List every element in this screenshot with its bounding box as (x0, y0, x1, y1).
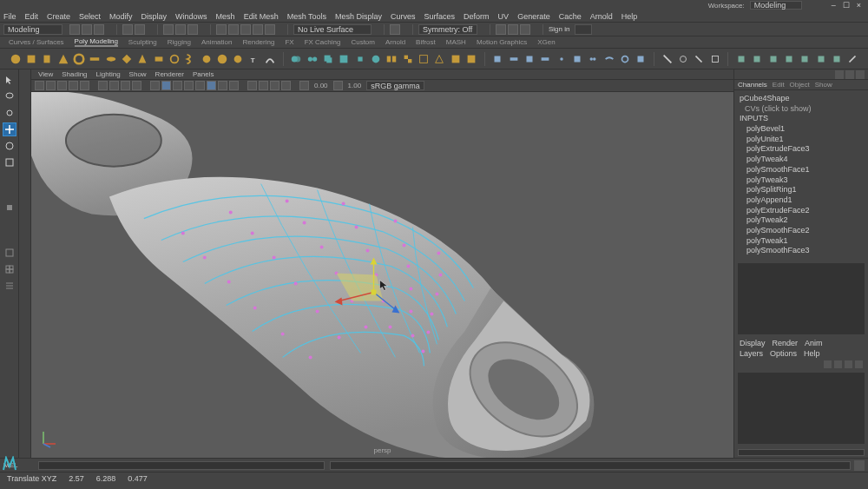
collapse-icon[interactable] (555, 51, 568, 67)
cb-util2-icon[interactable] (845, 70, 854, 79)
fill-icon[interactable] (635, 51, 648, 67)
minimize-button[interactable]: – (832, 1, 836, 10)
menu-mesh-tools[interactable]: Mesh Tools (287, 12, 326, 21)
polygear-icon[interactable] (200, 51, 213, 67)
open-scene-icon[interactable] (82, 24, 92, 35)
camera-select-icon[interactable] (35, 81, 44, 90)
grid-icon[interactable] (98, 81, 108, 90)
xray-icon[interactable] (259, 81, 268, 90)
menu-curves[interactable]: Curves (391, 12, 416, 21)
menu-select[interactable]: Select (79, 12, 101, 21)
detach-icon[interactable] (570, 51, 583, 67)
panelmenu-show[interactable]: Show (129, 70, 147, 78)
planar-icon[interactable] (846, 51, 859, 67)
soften2-icon[interactable] (814, 51, 827, 67)
intersect-icon[interactable] (353, 51, 366, 67)
menu-display[interactable]: Display (141, 12, 168, 21)
snap-point-icon[interactable] (240, 24, 251, 35)
input-item[interactable]: polySmoothFace3 (740, 246, 863, 256)
gamma-icon[interactable] (333, 81, 343, 90)
polycube-icon[interactable] (24, 51, 37, 67)
layer-menu-help[interactable]: Help (804, 349, 820, 358)
menuset-dropdown[interactable]: Modeling (3, 24, 62, 35)
menu-modify[interactable]: Modify (109, 12, 133, 21)
redo-icon[interactable] (135, 24, 145, 35)
new-scene-icon[interactable] (69, 24, 80, 35)
polycone-icon[interactable] (56, 51, 69, 67)
panelmenu-lighting[interactable]: Lighting (96, 70, 121, 78)
select-object-icon[interactable] (175, 24, 186, 35)
menu-cache[interactable]: Cache (559, 12, 582, 21)
polypipe-icon[interactable] (168, 51, 181, 67)
layer-tab-render[interactable]: Render (773, 339, 799, 347)
shelf-tab-polymodeling[interactable]: Poly Modeling (75, 37, 118, 47)
platonic-icon[interactable] (120, 51, 133, 67)
shelf-tab-bifrost[interactable]: Bifrost (416, 38, 436, 46)
ao-icon[interactable] (207, 81, 216, 90)
rotate-tool-icon[interactable] (3, 139, 16, 153)
move-tool-icon[interactable] (3, 122, 16, 136)
maximize-button[interactable]: ☐ (843, 1, 850, 10)
render-icon[interactable] (496, 24, 506, 35)
harden-icon[interactable] (751, 51, 764, 67)
signin-link[interactable]: Sign in (549, 25, 569, 33)
select-component-icon[interactable] (187, 24, 198, 35)
shelf-tab-xgen[interactable]: XGen (537, 38, 555, 46)
motionblur-icon[interactable] (218, 81, 227, 90)
input-item[interactable]: polyUnite1 (740, 135, 863, 145)
lasso-tool-icon[interactable] (3, 89, 16, 103)
input-item[interactable]: polySplitRing1 (740, 185, 863, 195)
shelf-tab-motiongraphics[interactable]: Motion Graphics (477, 38, 527, 46)
input-item[interactable]: polyTweak1 (740, 236, 863, 247)
retopo-icon[interactable] (417, 51, 430, 67)
layer-menu-layers[interactable]: Layers (740, 349, 763, 358)
menu-create[interactable]: Create (47, 12, 70, 21)
save-scene-icon[interactable] (94, 24, 104, 35)
soften-icon[interactable] (734, 51, 747, 67)
cb-tab-channels[interactable]: Channels (738, 81, 767, 89)
extrude-icon[interactable] (491, 51, 504, 67)
polysphere-icon[interactable] (9, 51, 22, 67)
last-tool-icon[interactable] (3, 201, 16, 215)
menu-surfaces[interactable]: Surfaces (424, 12, 456, 21)
paint-select-icon[interactable] (3, 106, 16, 120)
menu-edit-mesh[interactable]: Edit Mesh (244, 12, 279, 21)
merge-icon[interactable] (587, 51, 600, 67)
input-item[interactable]: polyTweak4 (740, 155, 863, 165)
input-item[interactable]: polyExtrudeFace2 (740, 206, 863, 216)
2d-pan-icon[interactable] (69, 81, 78, 90)
exposure-icon[interactable] (299, 81, 309, 90)
layer-btn2-icon[interactable] (834, 360, 842, 368)
svg-icon[interactable] (264, 51, 277, 67)
shaded-icon[interactable] (161, 81, 171, 90)
shadows-icon[interactable] (195, 81, 205, 90)
live-surface-dropdown[interactable]: No Live Surface (293, 24, 372, 35)
panelmenu-shading[interactable]: Shading (62, 70, 87, 78)
polytype-icon[interactable]: T (247, 51, 260, 67)
command-input[interactable] (38, 461, 325, 470)
cb-tab-object[interactable]: Object (790, 81, 810, 89)
workspace-dropdown[interactable]: Modeling (750, 1, 802, 10)
layer-btn4-icon[interactable] (855, 360, 863, 368)
union-icon[interactable] (321, 51, 334, 67)
single-pane-icon[interactable] (3, 246, 16, 260)
panelmenu-renderer[interactable]: Renderer (155, 70, 184, 78)
close-button[interactable]: × (857, 1, 861, 10)
shelf-tab-curves[interactable]: Curves / Surfaces (9, 38, 64, 46)
supershape-icon[interactable] (232, 51, 245, 67)
input-item[interactable]: polySmoothFace1 (740, 165, 863, 175)
menu-windows[interactable]: Windows (175, 12, 207, 21)
snap-curve-icon[interactable] (228, 24, 239, 35)
difference-icon[interactable] (338, 51, 351, 67)
res-gate-icon[interactable] (121, 81, 130, 90)
render-settings-icon[interactable] (520, 24, 530, 35)
layer-menu-options[interactable]: Options (770, 349, 797, 358)
polyhelix-icon[interactable] (184, 51, 197, 67)
menu-help[interactable]: Help (621, 12, 638, 21)
menu-deform[interactable]: Deform (464, 12, 490, 21)
camera-bookmark-icon[interactable] (46, 81, 56, 90)
shelf-tab-rigging[interactable]: Rigging (168, 38, 191, 46)
construction-history-icon[interactable] (390, 24, 400, 35)
polyprism-icon[interactable] (152, 51, 165, 67)
ipr-icon[interactable] (508, 24, 518, 35)
